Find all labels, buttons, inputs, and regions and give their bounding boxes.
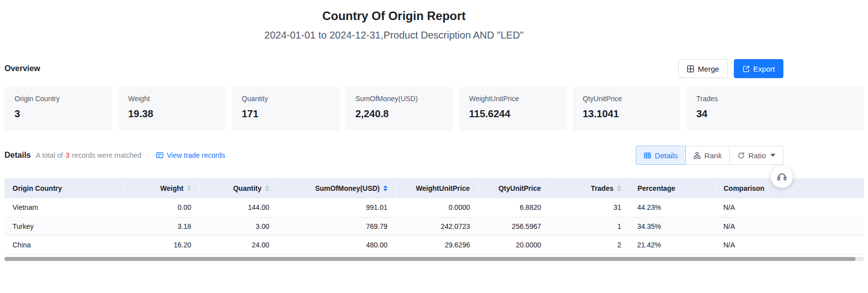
country-of-origin-report-page: Country Of Origin Report 2024-01-01 to 2… [0, 0, 868, 293]
cell-percentage: 44.23% [629, 198, 715, 217]
origin-country-table: Origin Country Weight Quantity SumOfMone… [5, 178, 864, 254]
tab-ratio-label: Ratio [748, 151, 766, 160]
stat-value: 34 [696, 108, 854, 120]
stat-value: 19.38 [128, 108, 216, 120]
column-label: Percentage [638, 184, 675, 192]
column-header-quantity[interactable]: Quantity [199, 178, 277, 198]
horizontal-scrollbar-thumb[interactable] [5, 257, 855, 261]
stat-label: WeightUnitPrice [469, 94, 557, 103]
export-button[interactable]: Export [734, 59, 783, 78]
column-header-percentage: Percentage [629, 178, 715, 198]
view-switcher: Details Rank [636, 146, 783, 165]
cell-quantity: 24.00 [199, 235, 277, 254]
stat-label: Origin Country [15, 94, 102, 103]
tab-ratio[interactable]: Ratio [729, 146, 783, 165]
stat-card-origin-country: Origin Country 3 [5, 87, 112, 131]
column-label: Trades [591, 184, 613, 192]
stat-label: Quantity [242, 94, 329, 103]
merge-button-label: Merge [698, 65, 719, 73]
details-section-title: Details [5, 151, 31, 160]
overview-section-title: Overview [5, 64, 40, 73]
horizontal-scrollbar-track [5, 257, 864, 261]
headset-icon [776, 171, 787, 182]
cell-qty-unit-price: 20.0000 [478, 235, 549, 254]
overview-actions: Merge Export [678, 59, 783, 78]
sort-icon [187, 185, 191, 191]
tab-rank[interactable]: Rank [685, 146, 730, 165]
cell-quantity: 144.00 [199, 198, 277, 217]
matched-count: 3 [66, 151, 70, 159]
merge-cells-icon [687, 65, 694, 73]
cell-percentage: 21.42% [629, 235, 715, 254]
cell-origin-country: China [5, 235, 123, 254]
tab-details[interactable]: Details [636, 146, 686, 165]
column-header-sum-of-money[interactable]: SumOfMoney(USD) [277, 178, 395, 198]
view-trade-records-label: View trade records [167, 151, 225, 159]
stat-label: Trades [696, 94, 854, 103]
summary-suffix: records were matched [72, 151, 142, 159]
export-button-label: Export [753, 65, 775, 73]
tab-rank-label: Rank [704, 151, 722, 160]
table-grid-icon [644, 152, 651, 159]
cell-quantity: 3.00 [199, 217, 277, 235]
cell-qty-unit-price: 256.5967 [478, 217, 549, 235]
summary-prefix: A total of [36, 151, 63, 159]
cell-trades: 31 [549, 198, 629, 217]
vertical-divider [148, 152, 149, 159]
stat-card-sum-of-money: SumOfMoney(USD) 2,240.8 [345, 87, 453, 131]
tab-details-label: Details [655, 151, 678, 160]
overview-header-row: Overview Merge [5, 59, 783, 78]
cell-comparison: N/A [715, 235, 864, 254]
support-floating-button[interactable] [771, 166, 793, 188]
stat-label: Weight [128, 94, 216, 103]
cell-origin-country: Vietnam [5, 198, 123, 217]
export-icon [742, 65, 750, 73]
view-trade-records-link[interactable]: View trade records [156, 151, 225, 159]
cell-weight: 3.18 [123, 217, 199, 235]
column-header-weight-unit-price: WeightUnitPrice [395, 178, 478, 198]
details-header-row: Details A total of 3 records were matche… [5, 146, 783, 165]
cell-qty-unit-price: 6.8820 [478, 198, 549, 217]
stat-value: 13.1041 [583, 108, 670, 120]
overview-stat-cards: Origin Country 3 Weight 19.38 Quantity 1… [5, 87, 864, 131]
cell-sum-of-money: 769.79 [277, 217, 395, 235]
stat-card-quantity: Quantity 171 [232, 87, 339, 131]
column-label: Weight [160, 184, 183, 192]
column-label: QtyUnitPrice [499, 184, 541, 192]
column-header-qty-unit-price: QtyUnitPrice [478, 178, 549, 198]
stat-label: SumOfMoney(USD) [355, 94, 443, 103]
table-header-row: Origin Country Weight Quantity SumOfMone… [5, 178, 864, 198]
trade-records-icon [156, 151, 164, 159]
stat-value: 115.6244 [469, 108, 557, 120]
table-row-turkey: Turkey 3.18 3.00 769.79 242.0723 256.596… [5, 217, 864, 235]
stat-card-weight-unit-price: WeightUnitPrice 115.6244 [459, 87, 567, 131]
cell-origin-country: Turkey [5, 217, 123, 235]
matched-records-summary: A total of 3 records were matched [36, 151, 141, 159]
stat-card-trades: Trades 34 [686, 87, 864, 131]
table-row-vietnam: Vietnam 0.00 144.00 991.01 0.0000 6.8820… [5, 198, 864, 217]
cell-weight: 0.00 [123, 198, 199, 217]
merge-button[interactable]: Merge [678, 59, 728, 78]
stat-label: QtyUnitPrice [583, 94, 670, 103]
column-header-weight[interactable]: Weight [123, 178, 199, 198]
column-label: Origin Country [13, 184, 62, 192]
cell-comparison: N/A [715, 198, 864, 217]
cell-weight-unit-price: 242.0723 [395, 217, 478, 235]
cell-sum-of-money: 991.01 [277, 198, 395, 217]
table-row-china: China 16.20 24.00 480.00 29.6296 20.0000… [5, 235, 864, 254]
sort-icon-active [383, 185, 387, 191]
cell-weight-unit-price: 0.0000 [395, 198, 478, 217]
ratio-refresh-icon [737, 152, 745, 159]
cell-weight-unit-price: 29.6296 [395, 235, 478, 254]
column-label: SumOfMoney(USD) [315, 184, 379, 192]
cell-percentage: 34.35% [629, 217, 715, 235]
column-header-origin-country: Origin Country [5, 178, 123, 198]
report-subtitle: 2024-01-01 to 2024-12-31,Product Descrip… [5, 29, 783, 41]
column-label: Quantity [233, 184, 262, 192]
stat-value: 171 [242, 108, 329, 120]
column-header-trades[interactable]: Trades [549, 178, 629, 198]
rank-hierarchy-icon [693, 152, 701, 159]
sort-icon [265, 185, 269, 191]
stat-card-weight: Weight 19.38 [118, 87, 226, 131]
cell-comparison: N/A [715, 217, 864, 235]
